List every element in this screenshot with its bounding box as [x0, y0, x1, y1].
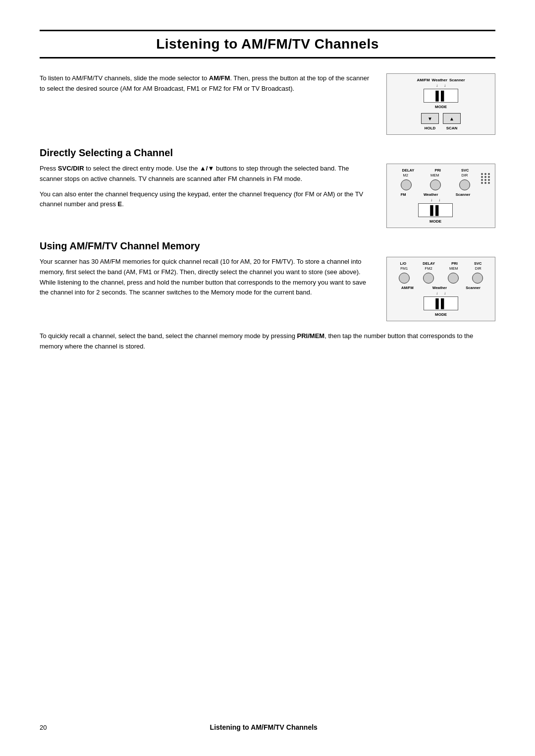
intro-text-col: To listen to AM/FM/TV channels, slide th…	[40, 73, 372, 99]
channel-memory-section: Your scanner has 30 AM/FM memories for q…	[40, 257, 495, 321]
diag1-label-weather: Weather	[432, 78, 447, 82]
page: Listening to AM/FM/TV Channels To listen…	[0, 0, 535, 756]
diag3-label-lo: L/O	[400, 261, 407, 266]
diag1-display-content: ▌▌	[435, 91, 446, 101]
diag2-label-svc: SVC	[461, 168, 469, 173]
diag3-sub-mem: MEM	[449, 266, 458, 271]
diag2-dots	[481, 173, 490, 184]
diagram-3: L/O DELAY PRI SVC FM1 FM2 MEM DIR	[386, 257, 495, 321]
footer-title: Listening to AM/FM/TV Channels	[47, 723, 481, 731]
diag1-tick2: ↓	[444, 83, 446, 88]
diag2-label-weather: Weather	[424, 192, 438, 197]
diag3-label-delay: DELAY	[423, 261, 435, 266]
diag1-scan-label: SCAN	[443, 126, 461, 130]
page-number: 20	[40, 724, 47, 731]
diag3-knob-4[interactable]	[472, 273, 483, 284]
recall-paragraph: To quickly recall a channel, select the …	[40, 331, 495, 352]
diag3-mode-label: MODE	[392, 312, 490, 317]
page-title: Listening to AM/FM/TV Channels	[40, 36, 495, 52]
diag2-tick1: ↓	[430, 198, 432, 202]
diag3-sub-fm2: FM2	[425, 266, 432, 271]
channel-memory-heading: Using AM/FM/TV Channel Memory	[40, 240, 495, 252]
diag3-label-pri: PRI	[451, 261, 458, 266]
diag3-knob-1[interactable]	[399, 273, 410, 284]
direct-select-heading: Directly Selecting a Channel	[40, 147, 495, 159]
diag3-tick1: ↓	[436, 291, 438, 295]
diag3-label-weather: Weather	[432, 286, 447, 290]
diag2-knob-2[interactable]	[430, 179, 441, 190]
diag2-sub-mem: MEM	[430, 173, 439, 177]
diag3-knobs	[392, 273, 490, 284]
diag1-top-labels: AM/FM Weather Scanner	[392, 78, 490, 82]
diag3-top-labels: L/O DELAY PRI SVC	[392, 261, 490, 266]
diag1-tick1: ↓	[436, 83, 438, 88]
diag3-display: ▌▌	[424, 296, 458, 310]
channel-memory-para1: Your scanner has 30 AM/FM memories for q…	[40, 257, 372, 298]
diag2-tick2: ↓	[438, 198, 440, 202]
direct-select-para2: You can also enter the channel frequency…	[40, 189, 372, 210]
diag2-top-labels: DELAY PRI SVC	[392, 168, 479, 173]
diag3-label-scanner: Scanner	[466, 286, 481, 290]
diag1-buttons: ▼ ▲	[392, 113, 490, 124]
diag3-label-amfm: AM/FM	[401, 286, 414, 290]
scanner-diagram-3: L/O DELAY PRI SVC FM1 FM2 MEM DIR	[386, 257, 495, 321]
diag1-down-btn[interactable]: ▼	[421, 113, 439, 124]
diag1-label-amfm: AM/FM	[417, 78, 429, 82]
diag2-display: ▌▌	[418, 203, 453, 217]
diag3-sub-dir: DIR	[475, 266, 482, 271]
diag2-sub-labels: M2 MEM DIR	[392, 173, 479, 177]
diag1-mode-label: MODE	[392, 105, 490, 109]
intro-paragraph: To listen to AM/FM/TV channels, slide th…	[40, 73, 372, 94]
diag1-up-btn[interactable]: ▲	[443, 113, 461, 124]
title-section: Listening to AM/FM/TV Channels	[40, 30, 495, 58]
diag2-label-pri: PRI	[434, 168, 441, 173]
diag2-knob-1[interactable]	[401, 179, 412, 190]
diag3-sub-fm1: FM1	[400, 266, 408, 271]
diagram-2: DELAY PRI SVC M2 MEM DIR	[386, 164, 495, 228]
diag2-sub-m2: M2	[403, 173, 408, 177]
diag2-label-fm: FM	[401, 192, 406, 197]
diag2-knob-3[interactable]	[459, 179, 470, 190]
direct-select-para1: Press SVC/DIR to select the direct entry…	[40, 164, 372, 184]
scanner-diagram-1: AM/FM Weather Scanner ↓ ↓ ▌▌ MODE ▼ ▲	[386, 73, 495, 135]
diag3-bottom-labels: AM/FM Weather Scanner	[392, 286, 490, 290]
diag2-label-delay: DELAY	[402, 168, 415, 173]
diag1-label-scanner: Scanner	[449, 78, 465, 82]
diag2-display-content: ▌▌	[430, 205, 441, 216]
direct-select-section: Press SVC/DIR to select the direct entry…	[40, 164, 495, 228]
intro-section: To listen to AM/FM/TV channels, slide th…	[40, 73, 495, 135]
diag3-sub-labels: FM1 FM2 MEM DIR	[392, 266, 490, 271]
diag3-knob-2[interactable]	[423, 273, 434, 284]
diag1-hold-label: HOLD	[421, 126, 439, 130]
diag2-bottom-labels: FM Weather Scanner	[392, 192, 479, 197]
scanner-diagram-2: DELAY PRI SVC M2 MEM DIR	[386, 164, 495, 228]
diag2-knobs	[392, 179, 479, 190]
diag2-label-scanner: Scanner	[456, 192, 471, 197]
channel-memory-text-col: Your scanner has 30 AM/FM memories for q…	[40, 257, 372, 303]
diag1-display: ▌▌	[424, 89, 458, 103]
diag2-sub-dir: DIR	[462, 173, 468, 177]
diag1-hold-scan: HOLD SCAN	[392, 126, 490, 130]
diag3-display-content: ▌▌	[435, 298, 446, 309]
diag3-label-svc: SVC	[474, 261, 482, 266]
direct-select-text-col: Press SVC/DIR to select the direct entry…	[40, 164, 372, 215]
diag3-tick2: ↓	[444, 291, 446, 295]
diag2-mode-label: MODE	[392, 219, 479, 224]
page-footer: 20 Listening to AM/FM/TV Channels	[40, 723, 495, 731]
diagram-1: AM/FM Weather Scanner ↓ ↓ ▌▌ MODE ▼ ▲	[386, 73, 495, 135]
diag3-knob-3[interactable]	[448, 273, 459, 284]
